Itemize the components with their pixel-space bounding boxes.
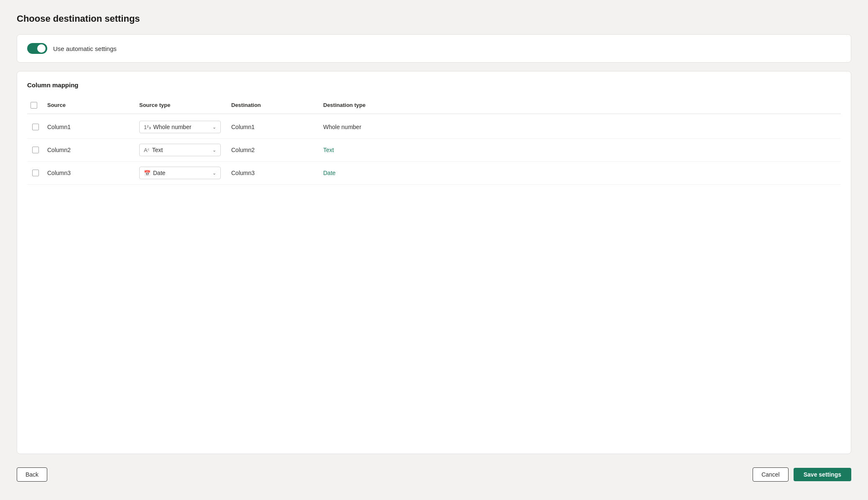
- row-spacer-3: [412, 170, 841, 175]
- table-row: Column3 📅 Date ⌄ Column3 Date: [27, 162, 841, 185]
- table-row: Column2 Aᶜ Text ⌄ Column2 Text: [27, 139, 841, 162]
- row-spacer-2: [412, 147, 841, 152]
- column-mapping-card: Column mapping Source Source type Destin…: [17, 71, 851, 454]
- source-type-label-1: Whole number: [153, 124, 191, 130]
- source-type-dropdown-3[interactable]: 📅 Date ⌄: [139, 167, 221, 179]
- chevron-down-icon-2: ⌄: [212, 147, 216, 153]
- destination-type-text-1: Whole number: [323, 124, 361, 130]
- footer: Back Cancel Save settings: [17, 462, 851, 487]
- auto-settings-card: Use automatic settings: [17, 34, 851, 63]
- cancel-button[interactable]: Cancel: [753, 467, 789, 482]
- row-checkbox-3: [27, 170, 44, 176]
- dropdown-left-3: 📅 Date: [144, 170, 166, 176]
- checkbox-2[interactable]: [32, 147, 39, 153]
- row-checkbox-1: [27, 124, 44, 130]
- checkbox-3[interactable]: [32, 170, 39, 176]
- header-destination-type: Destination type: [320, 100, 412, 110]
- header-spacer: [412, 100, 841, 110]
- table-row: Column1 1²₃ Whole number ⌄ Column1 Whole…: [27, 116, 841, 139]
- source-column-3: Column3: [44, 167, 136, 179]
- source-column-2: Column2: [44, 144, 136, 156]
- destination-type-text-3: Date: [323, 170, 336, 176]
- chevron-down-icon-1: ⌄: [212, 124, 216, 130]
- destination-type-1: Whole number: [320, 121, 412, 133]
- footer-right: Cancel Save settings: [753, 467, 851, 482]
- table-header: Source Source type Destination Destinati…: [27, 97, 841, 114]
- source-column-1: Column1: [44, 121, 136, 133]
- destination-column-2: Column2: [228, 144, 320, 156]
- auto-settings-label: Use automatic settings: [53, 45, 117, 52]
- save-settings-button[interactable]: Save settings: [794, 468, 851, 481]
- source-type-dropdown-cell-1: 1²₃ Whole number ⌄: [136, 118, 228, 136]
- header-source: Source: [44, 100, 136, 110]
- toggle-thumb: [37, 44, 46, 53]
- source-type-dropdown-cell-2: Aᶜ Text ⌄: [136, 141, 228, 159]
- row-checkbox-2: [27, 147, 44, 153]
- destination-column-3: Column3: [228, 167, 320, 179]
- header-checkbox-cell: [27, 100, 44, 110]
- source-type-label-3: Date: [153, 170, 166, 176]
- destination-column-1: Column1: [228, 121, 320, 133]
- destination-type-text-2: Text: [323, 147, 334, 153]
- text-icon: Aᶜ: [144, 147, 150, 153]
- checkbox-1[interactable]: [32, 124, 39, 130]
- back-button[interactable]: Back: [17, 467, 47, 482]
- auto-settings-toggle[interactable]: [27, 43, 47, 54]
- header-source-type: Source type: [136, 100, 228, 110]
- source-type-dropdown-2[interactable]: Aᶜ Text ⌄: [139, 144, 221, 156]
- destination-type-2: Text: [320, 144, 412, 156]
- row-spacer-1: [412, 124, 841, 129]
- whole-number-icon: 1²₃: [144, 124, 151, 130]
- header-checkbox[interactable]: [31, 102, 37, 109]
- header-destination: Destination: [228, 100, 320, 110]
- section-title: Column mapping: [27, 81, 841, 89]
- source-type-dropdown-cell-3: 📅 Date ⌄: [136, 164, 228, 182]
- dropdown-left-1: 1²₃ Whole number: [144, 124, 191, 130]
- source-type-dropdown-1[interactable]: 1²₃ Whole number ⌄: [139, 121, 221, 133]
- source-type-label-2: Text: [152, 147, 163, 153]
- destination-type-3: Date: [320, 167, 412, 179]
- chevron-down-icon-3: ⌄: [212, 170, 216, 176]
- date-icon: 📅: [144, 170, 151, 176]
- dropdown-left-2: Aᶜ Text: [144, 147, 163, 153]
- page-title: Choose destination settings: [17, 13, 851, 24]
- toggle-track: [27, 43, 47, 54]
